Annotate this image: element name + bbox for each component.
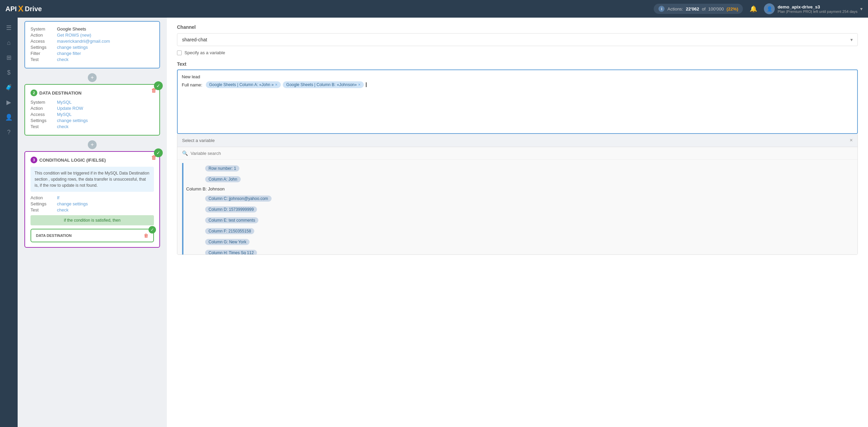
card2-row-action: Action Update ROW <box>31 106 154 111</box>
user-info: demo_apix-drive_s3 Plan |Premium PRO| le… <box>777 4 857 14</box>
sidebar-icon-briefcase[interactable]: 🧳 <box>3 81 15 94</box>
user-plan: Plan |Premium PRO| left until payment 25… <box>777 9 857 14</box>
logo: APIXDrive <box>5 4 42 14</box>
card-row-access: Access maverickandrii@gmail.com <box>31 39 154 44</box>
actions-pct: (22%) <box>727 6 738 12</box>
variable-selector-title: Select a variable <box>182 138 215 143</box>
variable-selector: Select a variable × 🔍 Row number: 1 Colu… <box>177 134 858 255</box>
tag-column-b[interactable]: Google Sheets | Column B: «Johnson» × <box>283 81 364 88</box>
variable-col-f[interactable]: Column F: 2150355158 <box>186 226 853 237</box>
sidebar-icon-youtube[interactable]: ▶ <box>3 96 15 108</box>
sidebar-icon-question[interactable]: ? <box>3 126 15 138</box>
card2-access-value[interactable]: MySQL <box>57 112 72 117</box>
mini-destination-card: ✓ DATA DESTINATION 🗑 <box>31 229 154 242</box>
card3-settings-link[interactable]: change settings <box>57 201 88 206</box>
card2-settings-label: Settings <box>31 118 54 123</box>
action-value[interactable]: Get ROWS (new) <box>57 33 91 38</box>
sidebar-icon-user[interactable]: 👤 <box>3 111 15 123</box>
connector-1: + <box>24 71 160 84</box>
logo-drive: Drive <box>25 5 42 13</box>
card3-action-value[interactable]: If <box>57 195 59 200</box>
filter-link[interactable]: change filter <box>57 51 81 56</box>
access-value[interactable]: maverickandrii@gmail.com <box>57 39 110 44</box>
card3-test-link[interactable]: check <box>57 207 68 212</box>
dropdown-chevron-icon: ▾ <box>850 37 853 42</box>
specify-variable-row: Specify as a variable <box>177 50 858 55</box>
card-row-action: Action Get ROWS (new) <box>31 33 154 38</box>
variable-col-g[interactable]: Column G: New York <box>186 237 853 247</box>
card-title-3: CONDITIONAL LOGIC (IF/ELSE) <box>39 158 106 163</box>
delete-card-3-button[interactable]: 🗑 <box>151 155 157 161</box>
card2-settings-link[interactable]: change settings <box>57 118 88 123</box>
variable-tag-col-c[interactable]: Column C: jjohnson@yahoo.com <box>205 196 272 202</box>
card3-settings-label: Settings <box>31 201 54 206</box>
variable-search-row: 🔍 <box>177 147 857 160</box>
condition-description: This condition will be triggered if in t… <box>31 167 154 192</box>
variable-search-icon: 🔍 <box>182 150 188 156</box>
info-icon: i <box>658 6 665 12</box>
variable-close-button[interactable]: × <box>850 137 853 143</box>
access-label: Access <box>31 39 54 44</box>
actions-total: 100'000 <box>708 6 724 12</box>
mini-card-delete[interactable]: 🗑 <box>144 233 149 238</box>
notification-bell[interactable]: 🔔 <box>750 5 757 13</box>
specify-variable-label: Specify as a variable <box>184 50 225 55</box>
tag-column-a[interactable]: Google Sheets | Column A: «John » × <box>206 81 281 88</box>
variable-tag-col-d[interactable]: Column D: 15739999999 <box>205 206 257 212</box>
variable-tag-col-e[interactable]: Column E: test comments <box>205 217 258 223</box>
system-label: System <box>31 26 54 32</box>
variable-col-b[interactable]: Column B: Johnson <box>186 185 853 193</box>
logo-api: API <box>5 5 17 13</box>
card-row-settings: Settings change settings <box>31 45 154 50</box>
card3-action-label: Action <box>31 195 54 200</box>
variable-col-e[interactable]: Column E: test comments <box>186 215 853 226</box>
editor-line2: Full name: Google Sheets | Column A: «Jo… <box>182 81 853 88</box>
variable-tag-col-h[interactable]: Column H: Times Sq 112 <box>205 250 257 255</box>
text-editor[interactable]: New lead Full name: Google Sheets | Colu… <box>177 69 858 134</box>
pipeline-panel: System Google Sheets Action Get ROWS (ne… <box>18 18 167 427</box>
variable-row-number[interactable]: Row number: 1 <box>186 163 853 174</box>
sidebar-icon-home[interactable]: ⌂ <box>3 37 15 49</box>
tag-column-a-remove[interactable]: × <box>275 82 277 87</box>
test-link[interactable]: check <box>57 57 68 62</box>
system-value: Google Sheets <box>57 26 86 32</box>
card2-action-value[interactable]: Update ROW <box>57 106 83 111</box>
variable-search-input[interactable] <box>191 151 853 156</box>
user-menu[interactable]: 👤 demo_apix-drive_s3 Plan |Premium PRO| … <box>764 3 863 14</box>
card3-row-test: Test check <box>31 207 154 212</box>
variable-tag-row-number[interactable]: Row number: 1 <box>205 165 239 171</box>
settings-link[interactable]: change settings <box>57 45 88 50</box>
add-step-button-1[interactable]: + <box>88 73 97 82</box>
variable-tag-col-g[interactable]: Column G: New York <box>205 239 250 245</box>
variable-list-inner: Row number: 1 Column A: John Column B: J… <box>177 162 857 255</box>
card-row-system: System Google Sheets <box>31 26 154 32</box>
card-conditional: ✓ 🗑 3 CONDITIONAL LOGIC (IF/ELSE) This c… <box>24 151 160 248</box>
variable-col-c[interactable]: Column C: jjohnson@yahoo.com <box>186 193 853 204</box>
card-google-sheets: System Google Sheets Action Get ROWS (ne… <box>24 21 160 68</box>
sidebar-icon-sitemap[interactable]: ⊞ <box>3 52 15 64</box>
actions-used: 22'062 <box>686 6 699 12</box>
tag-column-b-remove[interactable]: × <box>358 82 360 87</box>
variable-col-a[interactable]: Column A: John <box>186 174 853 185</box>
variable-tag-col-a[interactable]: Column A: John <box>205 176 241 182</box>
variable-tag-col-f[interactable]: Column F: 2150355158 <box>205 228 254 234</box>
card2-system-value[interactable]: MySQL <box>57 100 72 105</box>
card2-test-label: Test <box>31 124 54 129</box>
channel-label: Channel <box>177 24 858 30</box>
specify-variable-checkbox[interactable] <box>177 50 182 55</box>
sidebar-icon-hamburger[interactable]: ☰ <box>3 22 15 34</box>
variable-selector-header: Select a variable × <box>177 134 857 147</box>
card2-row-access: Access MySQL <box>31 112 154 117</box>
add-step-button-2[interactable]: + <box>88 140 97 149</box>
sidebar-icon-dollar[interactable]: $ <box>3 66 15 79</box>
user-chevron-icon: ▾ <box>860 6 863 12</box>
avatar: 👤 <box>764 3 775 14</box>
variable-col-d[interactable]: Column D: 15739999999 <box>186 204 853 215</box>
card2-test-link[interactable]: check <box>57 124 68 129</box>
card2-row-test: Test check <box>31 124 154 129</box>
main-layout: ☰ ⌂ ⊞ $ 🧳 ▶ 👤 ? System Google Sheets Act… <box>0 18 868 427</box>
delete-card-2-button[interactable]: 🗑 <box>151 87 157 94</box>
variable-col-h[interactable]: Column H: Times Sq 112 <box>186 247 853 255</box>
channel-dropdown[interactable]: shared-chat ▾ <box>177 33 858 46</box>
test-label: Test <box>31 57 54 62</box>
